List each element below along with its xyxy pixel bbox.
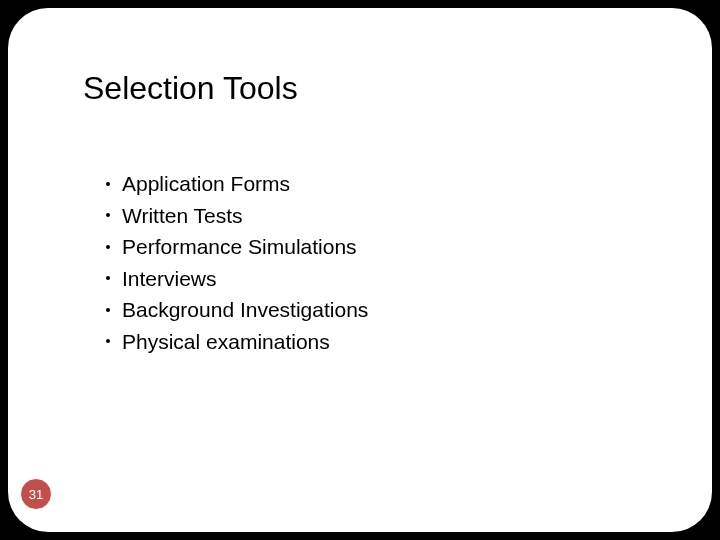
bullet-icon xyxy=(106,308,110,312)
bullet-text: Performance Simulations xyxy=(122,231,357,263)
list-item: Performance Simulations xyxy=(106,231,368,263)
page-number-badge: 31 xyxy=(20,478,52,510)
bullet-text: Application Forms xyxy=(122,168,290,200)
bullet-icon xyxy=(106,213,110,217)
slide-frame: Selection Tools Application Forms Writte… xyxy=(8,8,712,532)
bullet-text: Physical examinations xyxy=(122,326,330,358)
list-item: Background Investigations xyxy=(106,294,368,326)
bullet-text: Written Tests xyxy=(122,200,243,232)
bullet-icon xyxy=(106,245,110,249)
bullet-icon xyxy=(106,339,110,343)
bullet-icon xyxy=(106,276,110,280)
bullet-text: Background Investigations xyxy=(122,294,368,326)
bullet-list: Application Forms Written Tests Performa… xyxy=(106,168,368,357)
bullet-text: Interviews xyxy=(122,263,217,295)
list-item: Written Tests xyxy=(106,200,368,232)
list-item: Application Forms xyxy=(106,168,368,200)
list-item: Interviews xyxy=(106,263,368,295)
list-item: Physical examinations xyxy=(106,326,368,358)
bullet-icon xyxy=(106,182,110,186)
slide-title: Selection Tools xyxy=(83,70,298,107)
